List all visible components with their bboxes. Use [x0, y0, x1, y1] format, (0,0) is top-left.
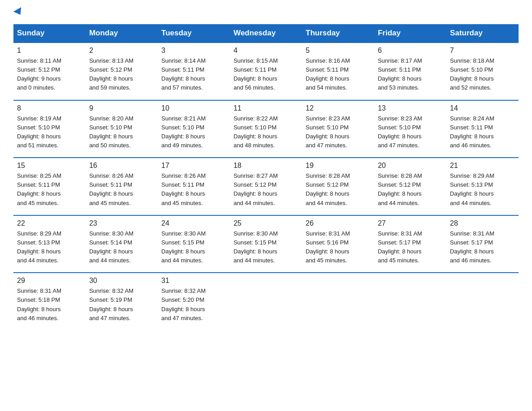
calendar-cell: 20Sunrise: 8:28 AM Sunset: 5:12 PM Dayli…	[374, 158, 446, 215]
day-number: 12	[306, 104, 371, 112]
day-number: 28	[450, 219, 515, 227]
day-number: 8	[17, 104, 82, 112]
day-number: 30	[89, 277, 154, 285]
calendar-cell: 30Sunrise: 8:32 AM Sunset: 5:19 PM Dayli…	[86, 273, 158, 330]
logo-triangle-icon	[13, 7, 24, 17]
calendar-table: SundayMondayTuesdayWednesdayThursdayFrid…	[13, 24, 519, 330]
calendar-cell: 26Sunrise: 8:31 AM Sunset: 5:16 PM Dayli…	[302, 215, 374, 273]
day-number: 5	[306, 47, 371, 55]
day-detail: Sunrise: 8:29 AM Sunset: 5:13 PM Dayligh…	[450, 171, 515, 208]
day-detail: Sunrise: 8:27 AM Sunset: 5:12 PM Dayligh…	[233, 171, 298, 208]
weekday-header-row: SundayMondayTuesdayWednesdayThursdayFrid…	[13, 24, 519, 43]
day-number: 3	[161, 47, 226, 55]
day-detail: Sunrise: 8:26 AM Sunset: 5:11 PM Dayligh…	[89, 171, 154, 208]
calendar-cell: 19Sunrise: 8:28 AM Sunset: 5:12 PM Dayli…	[302, 158, 374, 215]
calendar-cell: 10Sunrise: 8:21 AM Sunset: 5:10 PM Dayli…	[158, 100, 230, 158]
calendar-cell: 21Sunrise: 8:29 AM Sunset: 5:13 PM Dayli…	[446, 158, 519, 215]
calendar-cell: 29Sunrise: 8:31 AM Sunset: 5:18 PM Dayli…	[13, 273, 86, 330]
weekday-header-monday: Monday	[86, 24, 158, 43]
day-detail: Sunrise: 8:13 AM Sunset: 5:12 PM Dayligh…	[89, 56, 154, 93]
day-number: 26	[306, 219, 371, 227]
day-number: 27	[378, 219, 443, 227]
day-detail: Sunrise: 8:30 AM Sunset: 5:15 PM Dayligh…	[161, 229, 226, 265]
calendar-cell: 25Sunrise: 8:30 AM Sunset: 5:15 PM Dayli…	[230, 215, 302, 273]
calendar-cell: 3Sunrise: 8:14 AM Sunset: 5:11 PM Daylig…	[158, 43, 230, 100]
day-number: 19	[306, 162, 371, 170]
day-detail: Sunrise: 8:30 AM Sunset: 5:15 PM Dayligh…	[233, 229, 298, 265]
day-number: 15	[17, 162, 82, 170]
weekday-header-friday: Friday	[374, 24, 446, 43]
day-number: 18	[233, 162, 298, 170]
logo	[13, 9, 23, 15]
calendar-cell: 24Sunrise: 8:30 AM Sunset: 5:15 PM Dayli…	[158, 215, 230, 273]
calendar-cell: 1Sunrise: 8:11 AM Sunset: 5:12 PM Daylig…	[13, 43, 86, 100]
day-detail: Sunrise: 8:28 AM Sunset: 5:12 PM Dayligh…	[378, 171, 443, 208]
day-number: 14	[450, 104, 515, 112]
calendar-cell: 27Sunrise: 8:31 AM Sunset: 5:17 PM Dayli…	[374, 215, 446, 273]
calendar-cell: 13Sunrise: 8:23 AM Sunset: 5:10 PM Dayli…	[374, 100, 446, 158]
day-number: 24	[161, 219, 226, 227]
calendar-week-row: 1Sunrise: 8:11 AM Sunset: 5:12 PM Daylig…	[13, 43, 519, 100]
page-header	[13, 9, 519, 15]
day-detail: Sunrise: 8:31 AM Sunset: 5:18 PM Dayligh…	[17, 287, 82, 323]
day-detail: Sunrise: 8:29 AM Sunset: 5:13 PM Dayligh…	[17, 229, 82, 265]
calendar-cell: 16Sunrise: 8:26 AM Sunset: 5:11 PM Dayli…	[86, 158, 158, 215]
calendar-cell: 28Sunrise: 8:31 AM Sunset: 5:17 PM Dayli…	[446, 215, 519, 273]
calendar-cell: 18Sunrise: 8:27 AM Sunset: 5:12 PM Dayli…	[230, 158, 302, 215]
day-detail: Sunrise: 8:31 AM Sunset: 5:17 PM Dayligh…	[378, 229, 443, 265]
day-detail: Sunrise: 8:21 AM Sunset: 5:10 PM Dayligh…	[161, 114, 226, 150]
calendar-week-row: 15Sunrise: 8:25 AM Sunset: 5:11 PM Dayli…	[13, 158, 519, 215]
day-detail: Sunrise: 8:16 AM Sunset: 5:11 PM Dayligh…	[306, 56, 371, 93]
day-number: 25	[233, 219, 298, 227]
day-number: 7	[450, 47, 515, 55]
weekday-header-tuesday: Tuesday	[158, 24, 230, 43]
day-number: 1	[17, 47, 82, 55]
calendar-cell	[302, 273, 374, 330]
day-number: 17	[161, 162, 226, 170]
weekday-header-thursday: Thursday	[302, 24, 374, 43]
day-number: 21	[450, 162, 515, 170]
calendar-week-row: 8Sunrise: 8:19 AM Sunset: 5:10 PM Daylig…	[13, 100, 519, 158]
calendar-cell	[446, 273, 519, 330]
calendar-cell	[374, 273, 446, 330]
day-detail: Sunrise: 8:20 AM Sunset: 5:10 PM Dayligh…	[89, 114, 154, 150]
day-detail: Sunrise: 8:31 AM Sunset: 5:17 PM Dayligh…	[450, 229, 515, 265]
calendar-cell: 7Sunrise: 8:18 AM Sunset: 5:10 PM Daylig…	[446, 43, 519, 100]
day-detail: Sunrise: 8:26 AM Sunset: 5:11 PM Dayligh…	[161, 171, 226, 208]
calendar-cell: 4Sunrise: 8:15 AM Sunset: 5:11 PM Daylig…	[230, 43, 302, 100]
day-detail: Sunrise: 8:25 AM Sunset: 5:11 PM Dayligh…	[17, 171, 82, 208]
day-number: 6	[378, 47, 443, 55]
calendar-cell	[230, 273, 302, 330]
calendar-cell: 11Sunrise: 8:22 AM Sunset: 5:10 PM Dayli…	[230, 100, 302, 158]
day-detail: Sunrise: 8:19 AM Sunset: 5:10 PM Dayligh…	[17, 114, 82, 150]
calendar-week-row: 22Sunrise: 8:29 AM Sunset: 5:13 PM Dayli…	[13, 215, 519, 273]
day-number: 9	[89, 104, 154, 112]
day-detail: Sunrise: 8:22 AM Sunset: 5:10 PM Dayligh…	[233, 114, 298, 150]
calendar-cell: 22Sunrise: 8:29 AM Sunset: 5:13 PM Dayli…	[13, 215, 86, 273]
day-detail: Sunrise: 8:15 AM Sunset: 5:11 PM Dayligh…	[233, 56, 298, 93]
calendar-cell: 5Sunrise: 8:16 AM Sunset: 5:11 PM Daylig…	[302, 43, 374, 100]
day-detail: Sunrise: 8:28 AM Sunset: 5:12 PM Dayligh…	[306, 171, 371, 208]
day-detail: Sunrise: 8:30 AM Sunset: 5:14 PM Dayligh…	[89, 229, 154, 265]
calendar-week-row: 29Sunrise: 8:31 AM Sunset: 5:18 PM Dayli…	[13, 273, 519, 330]
day-detail: Sunrise: 8:24 AM Sunset: 5:11 PM Dayligh…	[450, 114, 515, 150]
calendar-cell: 14Sunrise: 8:24 AM Sunset: 5:11 PM Dayli…	[446, 100, 519, 158]
calendar-cell: 15Sunrise: 8:25 AM Sunset: 5:11 PM Dayli…	[13, 158, 86, 215]
day-detail: Sunrise: 8:14 AM Sunset: 5:11 PM Dayligh…	[161, 56, 226, 93]
calendar-cell: 12Sunrise: 8:23 AM Sunset: 5:10 PM Dayli…	[302, 100, 374, 158]
weekday-header-sunday: Sunday	[13, 24, 86, 43]
weekday-header-saturday: Saturday	[446, 24, 519, 43]
day-number: 31	[161, 277, 226, 285]
calendar-cell: 17Sunrise: 8:26 AM Sunset: 5:11 PM Dayli…	[158, 158, 230, 215]
day-detail: Sunrise: 8:32 AM Sunset: 5:19 PM Dayligh…	[89, 287, 154, 323]
day-detail: Sunrise: 8:31 AM Sunset: 5:16 PM Dayligh…	[306, 229, 371, 265]
day-number: 22	[17, 219, 82, 227]
calendar-cell: 9Sunrise: 8:20 AM Sunset: 5:10 PM Daylig…	[86, 100, 158, 158]
day-number: 20	[378, 162, 443, 170]
day-number: 23	[89, 219, 154, 227]
weekday-header-wednesday: Wednesday	[230, 24, 302, 43]
day-detail: Sunrise: 8:17 AM Sunset: 5:11 PM Dayligh…	[378, 56, 443, 93]
day-number: 16	[89, 162, 154, 170]
calendar-cell: 8Sunrise: 8:19 AM Sunset: 5:10 PM Daylig…	[13, 100, 86, 158]
day-number: 10	[161, 104, 226, 112]
